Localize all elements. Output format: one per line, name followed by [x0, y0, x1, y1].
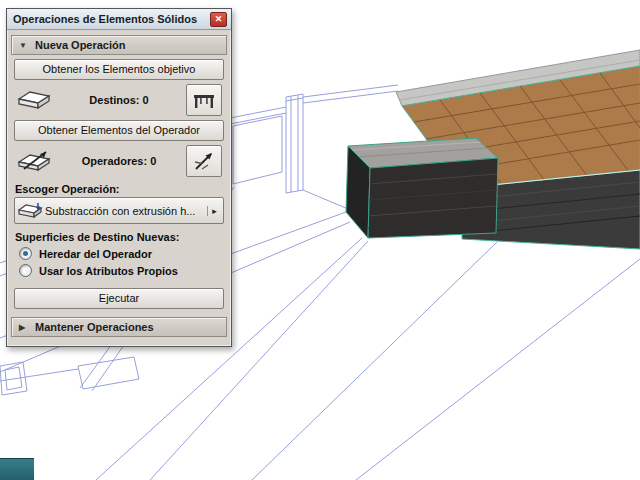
section-new-operation[interactable]: ▼ Nueva Operación — [11, 35, 227, 55]
section-keep-operations[interactable]: ▶ Mantener Operaciones — [11, 317, 227, 337]
solid-operations-dialog: Operaciones de Elementos Sólidos ✕ ▼ Nue… — [6, 8, 232, 347]
operators-count: Operadores: 0 — [56, 155, 182, 167]
get-targets-button[interactable]: Obtener los Elementos objetivo — [14, 59, 224, 80]
surfaces-label: Superficies de Destino Nuevas: — [15, 231, 223, 243]
targets-count: Destinos: 0 — [56, 94, 182, 106]
chevron-down-icon: ▼ — [19, 41, 28, 50]
radio-button-icon[interactable] — [19, 247, 32, 260]
radio-inherit-label: Heredar del Operador — [39, 248, 152, 260]
target-elements-icon — [16, 88, 52, 112]
chevron-right-icon: ▶ — [19, 323, 28, 332]
execute-button[interactable]: Ejecutar — [14, 288, 224, 309]
operator-elements-icon — [16, 149, 52, 173]
radio-button-icon[interactable] — [19, 264, 32, 277]
pencil-arrow-icon — [192, 150, 216, 172]
section-keep-operations-label: Mantener Operaciones — [35, 321, 154, 333]
close-icon[interactable]: ✕ — [210, 12, 227, 27]
statusbar-corner — [0, 458, 34, 480]
step-solid[interactable] — [346, 138, 498, 238]
chevron-right-icon: ▸ — [207, 206, 221, 216]
dialog-titlebar[interactable]: Operaciones de Elementos Sólidos ✕ — [7, 9, 231, 30]
get-operators-button[interactable]: Obtener Elementos del Operador — [14, 120, 224, 141]
operation-selected-value: Substracción con extrusión h... — [45, 205, 205, 217]
section-new-operation-label: Nueva Operación — [35, 39, 125, 51]
app-screen: Operaciones de Elementos Sólidos ✕ ▼ Nue… — [0, 0, 640, 480]
dialog-title: Operaciones de Elementos Sólidos — [13, 13, 210, 25]
radio-own-label: Usar los Atributos Propios — [39, 265, 178, 277]
pick-operator-button[interactable] — [186, 145, 222, 177]
pick-target-button[interactable] — [186, 84, 222, 116]
choose-operation-label: Escoger Operación: — [15, 183, 223, 195]
table-icon — [192, 89, 216, 111]
radio-own-attributes[interactable]: Usar los Atributos Propios — [19, 264, 219, 277]
targets-row: Destinos: 0 — [16, 85, 222, 115]
radio-inherit-operator[interactable]: Heredar del Operador — [19, 247, 219, 260]
operation-dropdown[interactable]: Substracción con extrusión h... ▸ — [14, 197, 224, 224]
subtraction-operation-icon — [17, 201, 45, 221]
operators-row: Operadores: 0 — [16, 146, 222, 176]
